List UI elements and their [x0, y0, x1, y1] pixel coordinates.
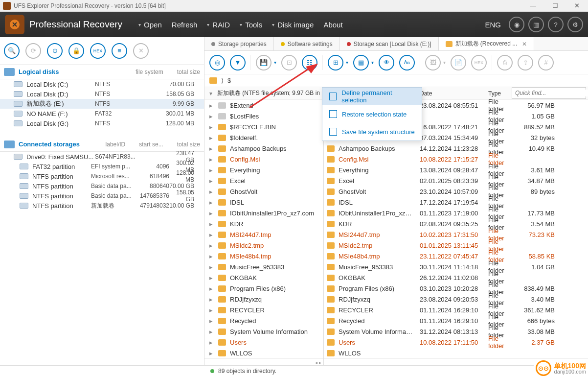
menu-about[interactable]: About [319, 18, 346, 32]
tree-folder-row[interactable]: ▸Program Files (x86) [204, 283, 323, 294]
tree-folder-row[interactable]: ▸$folderelf. [204, 132, 323, 143]
menu-refresh[interactable]: Refresh [168, 18, 202, 32]
logical-disk-row[interactable]: 新加载卷 (E:)NTFS9.99 GB [0, 99, 204, 109]
file-row[interactable]: Recycled01.11.2024 16:29:10File folder66… [324, 315, 588, 326]
tree-folder-row[interactable]: ▸GhostVolt [204, 186, 323, 197]
menu-disk-image[interactable]: ▾Disk image [268, 18, 317, 32]
tree-folder-row[interactable]: ▸Excel [204, 175, 323, 186]
menu-define-selection[interactable]: Define permanent selection [322, 88, 422, 105]
settings-gear-icon[interactable]: ⚙ [567, 17, 583, 32]
preview-icon[interactable]: 🖼 [425, 55, 441, 70]
tree-folder-row[interactable]: ▸$LostFiles [204, 111, 323, 121]
tab-item[interactable]: Software settings [274, 37, 340, 50]
minimize-button[interactable]: — [522, 0, 544, 12]
tree-folder-row[interactable]: ▸Recycled [204, 315, 323, 326]
file-row[interactable]: RDJjfzyxzq23.08.2024 09:20:53File folder… [324, 294, 588, 305]
menu-open[interactable]: ▾Open [135, 18, 166, 32]
close-button[interactable]: ✕ [566, 0, 588, 12]
file-row[interactable]: Users10.08.2022 17:11:50File folder2.37 … [324, 337, 588, 348]
tab-item[interactable]: 新加载卷 (Recovered ...✕ [439, 37, 535, 50]
partition-row[interactable]: NTFS partitionBasic data pa...1476853761… [0, 191, 204, 201]
help-icon[interactable]: ? [548, 17, 564, 32]
partition-row[interactable]: NTFS partitionMicrosoft res...618496128.… [0, 171, 204, 181]
tree-folder-row[interactable]: ▸KDR [204, 218, 323, 229]
tree-folder-row[interactable]: ▸MSI244d7.tmp [204, 229, 323, 240]
breadcrumb[interactable]: ⟩ $ [204, 74, 588, 87]
tree-folder-row[interactable]: ▸Ashampoo Backups [204, 143, 323, 154]
file-row[interactable]: Excel02.01.2025 08:23:39File folder34.87… [324, 175, 588, 186]
file-row[interactable]: WLLOS [324, 348, 588, 358]
tree-folder-row[interactable]: ▸RECYCLER [204, 305, 323, 315]
text-case-icon[interactable]: Aʙ [399, 55, 415, 70]
tab-close-icon[interactable]: ✕ [522, 41, 527, 47]
file-row[interactable]: IDSL17.12.2024 17:19:54File folder [324, 197, 588, 208]
selection-icon[interactable]: ☷ [302, 55, 317, 70]
file-row[interactable]: GhostVolt23.10.2024 10:57:09File folder8… [324, 186, 588, 197]
tree-folder-row[interactable]: ▸Config.Msi [204, 154, 323, 164]
menu-save-structure[interactable]: Save file system structure [322, 123, 422, 141]
panels-icon[interactable]: ▥ [528, 17, 544, 32]
logical-disk-row[interactable]: Local Disk (D:)NTFS158.05 GB [0, 89, 204, 99]
file-row[interactable]: MSIe48b4.tmp23.11.2022 07:45:47File fold… [324, 251, 588, 261]
filter-icon[interactable]: ▼ [230, 55, 246, 70]
rescan-icon[interactable]: ⟳ [25, 43, 41, 59]
file-row[interactable]: Everything13.08.2024 09:28:47File folder… [324, 164, 588, 175]
view-grid-icon[interactable]: ⊞ [328, 55, 343, 70]
tree-folder-row[interactable]: ▸IDSL [204, 197, 323, 208]
view-list-icon[interactable]: ▤ [353, 55, 369, 70]
logical-disk-row[interactable]: Local Disk (C:)NTFS70.00 GB [0, 79, 204, 89]
file-row[interactable]: OKGBAK26.12.2024 11:02:08File folder [324, 272, 588, 283]
tree-folder-row[interactable]: ▸OKGBAK [204, 272, 323, 283]
lock-icon[interactable]: 🔒 [68, 43, 84, 59]
menu-raid[interactable]: ▾RAID [203, 18, 234, 32]
tree-folder-row[interactable]: ▸Users [204, 337, 323, 348]
file-row[interactable]: KDR02.08.2024 09:35:25File folder3.54 MB [324, 218, 588, 229]
tree-folder-row[interactable]: ▸MSIe48b4.tmp [204, 251, 323, 261]
tab-item[interactable]: Storage scan [Local Disk (E:)] [340, 37, 439, 50]
file-row[interactable]: MSIdc2.tmp01.01.2025 13:11:45File folder [324, 240, 588, 251]
logical-disk-row[interactable]: NO NAME (F:)FAT32300.01 MB [0, 109, 204, 118]
folder-save-icon[interactable]: ⊡ [281, 55, 297, 70]
menu-restore-selection[interactable]: Restore selection state [322, 105, 422, 123]
maximize-button[interactable]: ☐ [544, 0, 566, 12]
hash-icon[interactable]: # [538, 55, 554, 70]
binoculars-icon[interactable]: 👁 [379, 55, 394, 70]
target-icon[interactable]: ◎ [209, 55, 225, 70]
file-row[interactable]: IObitUninstaller1Pro_xz7....01.11.2023 1… [324, 208, 588, 218]
print-icon[interactable]: ⎙ [497, 55, 513, 70]
list-icon[interactable]: ≡ [112, 43, 127, 59]
file-row[interactable]: RECYCLER01.11.2024 16:29:10File folder36… [324, 305, 588, 315]
file-row[interactable]: Config.Msi10.08.2022 17:15:27File folder [324, 154, 588, 164]
file-row[interactable]: Program Files (x86)03.10.2023 10:20:28Fi… [324, 283, 588, 294]
tree-folder-row[interactable]: ▸$RECYCLE.BIN [204, 121, 323, 132]
open-disk-icon[interactable]: ⊙ [47, 43, 63, 59]
save-icon[interactable]: 💾 [256, 55, 271, 70]
tree-folder-row[interactable]: ▸RDJjfzyxzq [204, 294, 323, 305]
menu-tools[interactable]: ▾Tools [236, 18, 266, 32]
file-row[interactable]: MSI244d7.tmp10.02.2023 17:31:50File fold… [324, 229, 588, 240]
tree-folder-row[interactable]: ▸WLLOS [204, 348, 323, 358]
tree-folder-row[interactable]: ▸MSIdc2.tmp [204, 240, 323, 251]
file-row[interactable]: MusicFree_95338330.11.2024 11:14:18File … [324, 261, 588, 272]
hex2-icon[interactable]: HEX [471, 55, 487, 70]
hex-icon[interactable]: HEX [90, 43, 106, 59]
tree-folder-row[interactable]: ▸$Extend [204, 100, 323, 111]
search-icon[interactable]: 🔍 [4, 43, 20, 59]
col-date[interactable]: Date [417, 90, 485, 97]
quick-find-input[interactable] [512, 90, 588, 96]
page-icon[interactable]: 📄 [451, 55, 466, 70]
tree-folder-row[interactable]: ▸Everything [204, 164, 323, 175]
export-icon[interactable]: ⇪ [518, 55, 533, 70]
logical-disk-row[interactable]: Local Disk (G:)NTFS128.00 MB [0, 118, 204, 128]
file-row[interactable]: Ashampoo Backups14.12.2024 11:23:28File … [324, 143, 588, 154]
partition-row[interactable]: NTFS partition新加载卷47914803210.00 GB [0, 201, 204, 211]
tree-folder-row[interactable]: ▸System Volume Information [204, 326, 323, 337]
tree-folder-row[interactable]: ▸MusicFree_953383 [204, 261, 323, 272]
file-row[interactable]: System Volume Information31.12.2024 08:1… [324, 326, 588, 337]
news-icon[interactable]: ◉ [509, 17, 524, 32]
quick-find[interactable]: 🔍 [512, 87, 586, 99]
tree-folder-row[interactable]: ▸IObitUninstaller1Pro_xz7.com [204, 208, 323, 218]
remove-icon[interactable]: ✕ [133, 43, 149, 59]
tab-item[interactable]: Storage properties [204, 37, 274, 50]
language-selector[interactable]: ENG [485, 21, 501, 29]
